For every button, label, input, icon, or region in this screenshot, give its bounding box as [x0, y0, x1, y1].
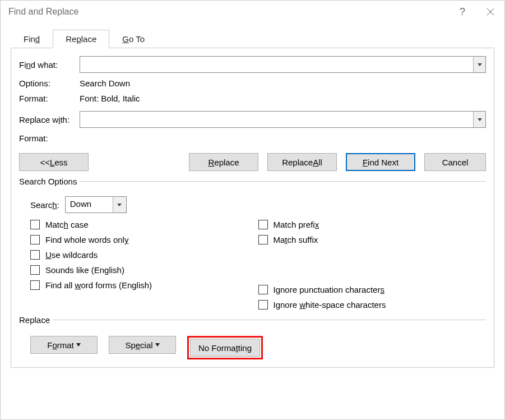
tab-goto[interactable]: Go To: [109, 30, 157, 48]
chevron-down-icon: [478, 63, 482, 66]
replace-all-button[interactable]: Replace All: [267, 153, 337, 171]
wildcards-checkbox[interactable]: Use wildcards: [30, 250, 258, 260]
search-direction-value: Down: [66, 197, 113, 213]
close-icon: [487, 8, 494, 16]
replace-with-input[interactable]: [80, 112, 473, 127]
replace-with-dropdown[interactable]: [473, 112, 485, 127]
action-button-row: << Less Replace Replace All Find Next Ca…: [19, 153, 486, 171]
tab-strip: Find Replace Go To: [11, 29, 494, 48]
options-value: Search Down: [80, 79, 486, 88]
replace-group: Replace Format Special No Formatting: [19, 315, 486, 359]
search-direction-dropdown[interactable]: [113, 197, 126, 213]
whole-words-checkbox[interactable]: Find whole words only: [30, 235, 258, 244]
client-area: Find Replace Go To Find what: Options: S…: [1, 23, 504, 419]
replace-with-combo[interactable]: [80, 111, 486, 128]
tab-find[interactable]: Find: [11, 30, 53, 48]
help-button[interactable]: ?: [448, 1, 476, 23]
match-case-checkbox[interactable]: Match case: [30, 220, 258, 229]
find-what-label: Find what:: [19, 60, 80, 70]
find-format-label: Format:: [19, 94, 80, 103]
replace-button[interactable]: Replace: [189, 153, 258, 171]
less-button[interactable]: << Less: [19, 153, 89, 171]
chevron-down-icon: [478, 118, 482, 121]
chevron-down-icon: [117, 204, 122, 206]
replace-format-label: Format:: [19, 133, 80, 143]
word-forms-checkbox[interactable]: Find all word forms (English): [30, 280, 258, 290]
options-label: Options:: [19, 79, 80, 88]
search-options-legend: Search Options: [19, 177, 80, 186]
find-what-combo[interactable]: [80, 56, 486, 73]
find-format-value: Font: Bold, Italic: [80, 94, 486, 103]
caret-down-icon: [76, 343, 81, 347]
title-bar: Find and Replace ?: [1, 1, 504, 23]
search-options-group: Search Options Search: Down Match case F…: [19, 177, 486, 310]
match-prefix-checkbox[interactable]: Match prefix: [258, 220, 487, 229]
special-menu-button[interactable]: Special: [109, 336, 176, 354]
cancel-button[interactable]: Cancel: [424, 153, 486, 171]
sounds-like-checkbox[interactable]: Sounds like (English): [30, 265, 258, 275]
tab-replace[interactable]: Replace: [53, 30, 109, 48]
caret-down-icon: [155, 343, 160, 347]
ignore-punct-checkbox[interactable]: Ignore punctuation characters: [258, 285, 487, 294]
find-what-dropdown[interactable]: [473, 57, 485, 72]
window-title: Find and Replace: [8, 7, 448, 17]
match-suffix-checkbox[interactable]: Match suffix: [258, 235, 487, 244]
find-next-button[interactable]: Find Next: [346, 153, 415, 171]
search-direction-label: Search:: [30, 200, 59, 210]
find-what-input[interactable]: [80, 57, 473, 72]
replace-with-label: Replace with:: [19, 115, 80, 124]
search-direction-select[interactable]: Down: [65, 196, 127, 213]
replace-legend: Replace: [19, 315, 53, 325]
no-formatting-highlight: No Formatting: [187, 336, 263, 359]
tab-sheet: Find what: Options: Search Down Format: …: [11, 48, 494, 368]
no-formatting-button[interactable]: No Formatting: [190, 339, 260, 357]
find-replace-dialog: Find and Replace ? Find Replace Go To Fi…: [0, 0, 505, 420]
close-button[interactable]: [476, 1, 504, 23]
format-menu-button[interactable]: Format: [30, 336, 98, 354]
ignore-whitespace-checkbox[interactable]: Ignore white-space characters: [258, 300, 487, 310]
